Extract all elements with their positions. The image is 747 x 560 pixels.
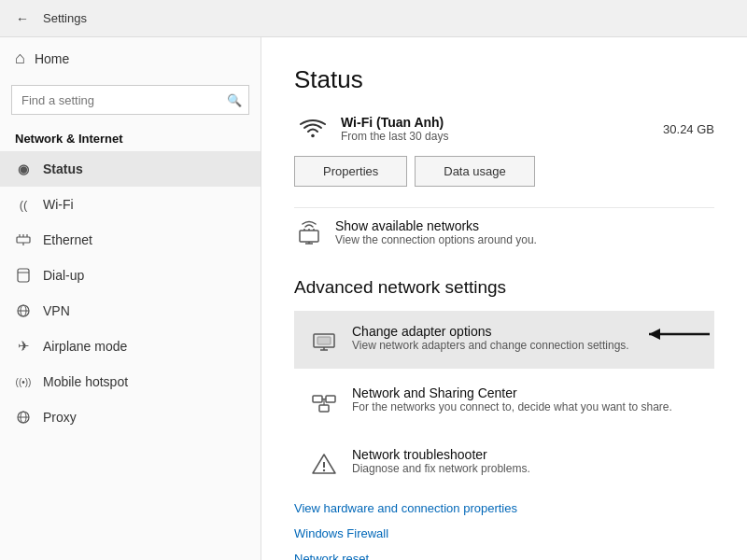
sidebar-item-ethernet[interactable]: Ethernet [0,222,261,258]
search-input[interactable] [11,85,249,115]
sidebar: Home 🔍 Network & Internet Status (( Wi-F… [0,37,261,560]
sidebar-item-proxy[interactable]: Proxy [0,399,261,435]
properties-button[interactable]: Properties [294,156,407,187]
sidebar-item-hotspot-label: Mobile hotspot [43,374,128,389]
sidebar-item-wifi-label: Wi-Fi [43,197,74,212]
networks-icon [294,217,324,247]
wifi-data-usage: 30.24 GB [663,122,714,136]
show-networks-item[interactable]: Show available networks View the connect… [294,207,714,257]
sidebar-item-status-label: Status [43,161,83,176]
dialup-nav-icon [15,267,32,284]
svg-marker-25 [649,329,660,340]
title-bar: ← Settings [0,0,747,37]
link-firewall[interactable]: Windows Firewall [294,521,714,546]
data-usage-button[interactable]: Data usage [415,156,535,187]
wifi-signal-icon [300,119,326,139]
troubleshooter-title: Network troubleshooter [352,447,530,462]
sidebar-item-airplane[interactable]: Airplane mode [0,329,261,364]
troubleshooter-icon [309,449,339,479]
wifi-info: Wi-Fi (Tuan Anh) From the last 30 days [341,115,663,143]
status-nav-icon [15,161,32,177]
show-networks-title: Show available networks [335,218,537,233]
svg-rect-26 [313,396,322,402]
show-networks-sub: View the connection options around you. [335,233,537,246]
svg-point-13 [311,134,315,138]
wifi-sub: From the last 30 days [341,130,663,143]
buttons-row: Properties Data usage [294,156,714,187]
adapter-icon [309,326,339,356]
back-button[interactable]: ← [11,7,34,30]
svg-rect-5 [18,269,29,282]
sidebar-item-status[interactable]: Status [0,151,261,187]
hotspot-nav-icon: ((•)) [15,373,32,390]
adapter-sub: View network adapters and change connect… [352,339,629,352]
sidebar-item-ethernet-label: Ethernet [43,232,92,247]
svg-rect-28 [319,405,329,412]
sidebar-item-vpn[interactable]: VPN [0,293,261,329]
sidebar-item-wifi[interactable]: (( Wi-Fi [0,187,261,222]
svg-rect-27 [326,396,335,402]
adv-item-adapter[interactable]: Change adapter options View network adap… [294,311,714,369]
sidebar-item-proxy-label: Proxy [43,410,77,425]
sidebar-item-dialup[interactable]: Dial-up [0,258,261,293]
sharing-title: Network and Sharing Center [352,385,672,400]
link-hardware[interactable]: View hardware and connection properties [294,496,714,521]
content-area: Status Wi-Fi (Tuan Anh) From the last 30… [261,37,747,560]
sidebar-item-hotspot[interactable]: ((•)) Mobile hotspot [0,364,261,399]
troubleshooter-text: Network troubleshooter Diagnose and fix … [352,447,530,475]
main-container: Home 🔍 Network & Internet Status (( Wi-F… [0,37,747,560]
sidebar-section-title: Network & Internet [0,120,261,151]
sharing-icon [309,387,339,417]
adapter-title: Change adapter options [352,324,629,339]
advanced-title: Advanced network settings [294,277,714,298]
adv-item-sharing[interactable]: Network and Sharing Center For the netwo… [294,372,714,430]
svg-point-33 [323,469,325,471]
home-label: Home [35,51,69,66]
wifi-card-icon [294,119,331,139]
sidebar-search-container: 🔍 [11,85,249,115]
wifi-card: Wi-Fi (Tuan Anh) From the last 30 days 3… [294,115,714,143]
sidebar-item-dialup-label: Dial-up [43,268,84,283]
sidebar-item-vpn-label: VPN [43,303,70,318]
proxy-nav-icon [15,409,32,426]
wifi-nav-icon: (( [15,196,32,213]
vpn-nav-icon [15,302,32,319]
title-bar-text: Settings [43,11,87,25]
sharing-sub: For the networks you connect to, decide … [352,400,672,413]
wifi-name: Wi-Fi (Tuan Anh) [341,115,663,130]
ethernet-nav-icon [15,231,32,248]
arrow-annotation [640,320,733,357]
page-title: Status [294,65,714,94]
home-icon [15,49,25,68]
show-networks-text: Show available networks View the connect… [335,218,537,246]
troubleshooter-sub: Diagnose and fix network problems. [352,462,530,475]
sidebar-home[interactable]: Home [0,37,261,79]
adapter-text: Change adapter options View network adap… [352,324,629,352]
sidebar-item-airplane-label: Airplane mode [43,339,127,354]
adv-item-troubleshooter[interactable]: Network troubleshooter Diagnose and fix … [294,434,714,492]
sharing-text: Network and Sharing Center For the netwo… [352,385,672,413]
svg-rect-0 [17,237,30,243]
airplane-nav-icon [15,338,32,355]
svg-rect-23 [317,337,331,344]
link-reset[interactable]: Network reset [294,546,714,560]
svg-rect-14 [300,231,318,242]
search-icon: 🔍 [227,93,242,107]
